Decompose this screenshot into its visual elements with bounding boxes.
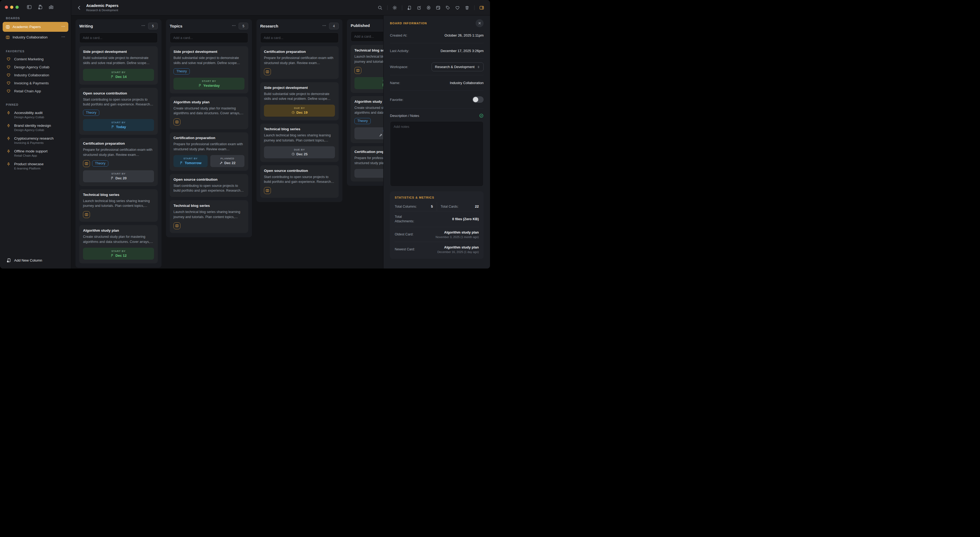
flag-icon — [110, 254, 114, 257]
last-activity-label: Last Activity: — [390, 49, 409, 53]
sidebar-board-item[interactable]: Academic Papers — [3, 22, 68, 32]
add-new-column-button[interactable]: Add New Column — [4, 256, 45, 265]
kanban-card[interactable]: Open source contributionStart contributi… — [260, 165, 339, 198]
toggle-info-panel-icon[interactable] — [479, 5, 484, 10]
column-count-badge: 5 — [239, 23, 248, 29]
banner-label: DUE BY — [266, 107, 333, 110]
card-title: Side project development — [264, 86, 335, 90]
new-board-icon[interactable] — [38, 5, 43, 10]
notes-textarea[interactable] — [390, 121, 484, 186]
settings-gear-icon[interactable] — [392, 5, 397, 10]
chevron-updown-icon — [477, 65, 480, 69]
sidebar-pinned-item[interactable]: Brand identity redesignDesign Agency Col… — [0, 121, 71, 134]
minimize-window-button[interactable] — [10, 6, 13, 9]
sidebar-pinned-item[interactable]: Cryptocurrency researchInvoicing & Payme… — [0, 134, 71, 147]
date-banner: START BYDec 12 — [83, 248, 154, 260]
toggle-sidebar-icon[interactable] — [27, 5, 32, 10]
sidebar-favorite-item[interactable]: Invoicing & Payments — [0, 79, 71, 87]
pushpin-icon — [6, 111, 11, 115]
board-menu-button[interactable] — [61, 24, 65, 29]
main-area: Academic Papers Research & Development — [71, 0, 490, 269]
trash-icon[interactable] — [465, 5, 469, 10]
card-description: Create structured study plan for masteri… — [83, 234, 154, 244]
card-title: Technical blog series — [264, 127, 335, 131]
board-columns-tag — [173, 222, 180, 229]
pinned-item-title: Offline mode support — [14, 149, 48, 153]
sidebar-favorite-item[interactable]: Retail Chain App — [0, 87, 71, 95]
heart-icon[interactable] — [455, 5, 460, 10]
board-columns-tag — [264, 187, 271, 194]
kanban-card[interactable]: Technical blog seriesLaunch technical bl… — [170, 200, 248, 233]
back-button[interactable] — [76, 5, 82, 10]
zoom-window-button[interactable] — [16, 6, 19, 9]
card-description: Start contributing to open source projec… — [264, 175, 335, 185]
kanban-card[interactable]: Certification preparationPrepare for pro… — [79, 138, 158, 186]
header: Academic Papers Research & Development — [71, 0, 490, 16]
search-icon[interactable] — [378, 5, 382, 10]
add-column-icon — [6, 258, 11, 263]
sidebar-favorite-item[interactable]: Design Agency Collab — [0, 63, 71, 71]
sidebar-board-item[interactable]: Industry Collaboration — [3, 32, 68, 42]
filter-list-icon[interactable] — [426, 5, 431, 10]
card-description: Prepare for professional certification e… — [83, 147, 154, 158]
column-header: Writing5 — [76, 19, 161, 32]
kanban-card[interactable]: Certification preparationPrepare for pro… — [170, 132, 248, 171]
tag-icon[interactable] — [445, 5, 450, 10]
board-columns-icon — [84, 213, 88, 217]
kanban-card[interactable]: Side project developmentBuild substantia… — [260, 82, 339, 121]
card-date-banners: START BYDec 12 — [83, 248, 154, 260]
board-menu-button[interactable] — [61, 35, 65, 40]
column-title: Writing — [79, 24, 93, 28]
sidebar-favorite-item[interactable]: Industry Collaboration — [0, 71, 71, 79]
favorite-item-label: Industry Collaboration — [14, 73, 49, 77]
close-window-button[interactable] — [5, 6, 8, 9]
sidebar-pinned-item[interactable]: Accessibility auditDesign Agency Collab — [0, 108, 71, 121]
sidebar-favorite-item[interactable]: Content Marketing — [0, 55, 71, 63]
add-column-label: Add New Column — [14, 258, 42, 262]
calendar-check-icon[interactable] — [436, 5, 441, 10]
card-description: Build substantial side project to demons… — [83, 56, 154, 66]
kanban-card[interactable]: Algorithm study planCreate structured st… — [79, 225, 158, 263]
close-panel-button[interactable] — [476, 19, 484, 27]
kanban-card[interactable]: Technical blog seriesLaunch technical bl… — [260, 124, 339, 162]
board-columns-icon — [6, 35, 10, 40]
kanban-card[interactable]: Certification preparationPrepare for pro… — [260, 46, 339, 79]
board-columns-tag — [264, 69, 271, 75]
workspace-select[interactable]: Research & Development — [431, 62, 484, 71]
newest-card-label: Newest Card: — [395, 247, 415, 251]
card-title: Technical blog series — [83, 193, 154, 197]
board-item-label: Industry Collaboration — [13, 35, 48, 39]
notes-label: Description / Notes — [390, 114, 419, 118]
add-card-input[interactable] — [260, 33, 339, 43]
kanban-card[interactable]: Algorithm study planCreate structured st… — [170, 97, 248, 129]
sidebar-pinned-item[interactable]: Product showcaseE-learning Platform — [0, 159, 71, 172]
created-at-label: Created At: — [390, 33, 407, 37]
favorite-toggle[interactable] — [473, 96, 484, 103]
sidebar-pinned-item[interactable]: Offline mode supportRetail Chain App — [0, 147, 71, 159]
add-card-input[interactable] — [170, 33, 248, 43]
board-item-label: Academic Papers — [13, 25, 41, 29]
kanban-card[interactable]: Technical blog seriesLaunch technical bl… — [79, 189, 158, 222]
board-columns-tag — [173, 118, 180, 126]
edit-compose-icon[interactable] — [417, 5, 422, 10]
board-information-panel: BOARD INFORMATION Created At: October 26… — [383, 16, 490, 269]
board-columns-icon — [6, 25, 10, 29]
card-date-banners: START BYDec 20 — [83, 170, 154, 182]
add-card-icon[interactable] — [407, 5, 412, 10]
banner-date: Yesterday — [204, 84, 220, 88]
column-menu-button[interactable] — [232, 24, 236, 29]
kanban-card[interactable]: Open source contributionStart contributi… — [170, 174, 248, 197]
column-menu-button[interactable] — [322, 24, 326, 29]
kanban-card[interactable]: Open source contributionStart contributi… — [79, 88, 158, 135]
kanban-card[interactable]: Side project developmentBuild substantia… — [170, 46, 248, 93]
card-description: Build substantial side project to demons… — [264, 92, 335, 102]
card-tags — [173, 222, 245, 229]
newest-card-value: Algorithm study plan — [438, 245, 479, 249]
kanban-card[interactable]: Side project developmentBuild substantia… — [79, 46, 158, 84]
add-card-input[interactable] — [79, 33, 158, 43]
statistics-section: STATISTICS & METRICS Total Columns: 5 To… — [390, 191, 484, 259]
stats-icon[interactable] — [49, 5, 54, 10]
card-date-banners: DUE BYDec 25 — [264, 146, 335, 158]
column-menu-button[interactable] — [141, 24, 145, 29]
date-banner: START BYDec 14 — [83, 69, 154, 81]
